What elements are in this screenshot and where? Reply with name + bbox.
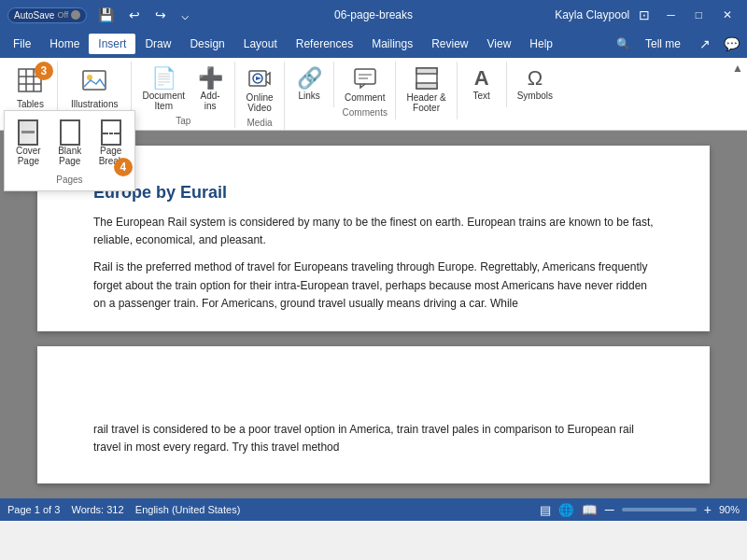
illustrations-label: Illustrations	[71, 99, 119, 109]
svg-rect-5	[83, 71, 106, 90]
view-read-button[interactable]: 📖	[582, 503, 598, 517]
view-normal-button[interactable]: ▤	[540, 503, 551, 517]
zoom-out-button[interactable]: ─	[605, 502, 614, 517]
text-label: Text	[473, 91, 490, 101]
doc-para-3[interactable]: rail travel is considered to be a poor t…	[93, 421, 654, 456]
doc-page-2: rail travel is considered to be a poor t…	[37, 346, 710, 483]
minimize-button[interactable]: ─	[659, 7, 683, 23]
menu-view[interactable]: View	[478, 34, 521, 54]
ribbon-collapse-button[interactable]: ▲	[732, 62, 743, 75]
zoom-in-button[interactable]: +	[704, 502, 712, 517]
tell-me[interactable]: Tell me	[636, 34, 690, 54]
menu-help[interactable]: Help	[520, 34, 562, 54]
cover-page-label: CoverPage	[16, 146, 41, 166]
tap-items: 📄 DocumentItem ➕ Add-ins	[137, 63, 229, 114]
blank-page-label: BlankPage	[58, 146, 81, 166]
ribbon-group-tap: 📄 DocumentItem ➕ Add-ins Tap	[132, 62, 235, 128]
ribbon-group-header-footer: Header &Footer	[396, 62, 457, 119]
status-right: ▤ 🌐 📖 ─ + 90%	[540, 502, 740, 517]
autosave-dot	[71, 10, 80, 20]
svg-rect-15	[416, 83, 437, 89]
blank-page-button[interactable]: BlankPage	[52, 117, 88, 169]
menu-home[interactable]: Home	[40, 34, 89, 54]
add-ins-button[interactable]: ➕ Add-ins	[191, 63, 229, 114]
doc-para-1[interactable]: The European Rail system is considered b…	[93, 214, 654, 249]
ribbon-group-comments: Comment Comments	[334, 62, 396, 119]
pages-dropdown: CoverPage BlankPage PageBreak 4 Pages	[4, 110, 135, 191]
undo-button[interactable]: ↩	[125, 6, 144, 24]
doc-para-2[interactable]: Rail is the preferred method of travel f…	[93, 259, 654, 313]
comment-button[interactable]: Comment	[340, 63, 389, 105]
view-web-button[interactable]: 🌐	[558, 503, 574, 517]
illustrations-button[interactable]: Illustrations	[63, 63, 126, 113]
document-item-label: DocumentItem	[142, 91, 185, 111]
menu-mailings[interactable]: Mailings	[362, 34, 422, 54]
document-item-icon: 📄	[151, 66, 176, 91]
media-group-label: Media	[247, 118, 272, 128]
redo-button[interactable]: ↪	[151, 6, 170, 24]
doc-title: Europe by Eurail	[93, 183, 654, 203]
page-break-icon	[101, 119, 121, 146]
pages-group-label: Pages	[10, 173, 129, 185]
header-footer-svg	[415, 66, 439, 91]
username: Kayla Claypool	[555, 8, 629, 21]
restore-button[interactable]: ⊡	[635, 6, 654, 24]
links-button[interactable]: 🔗 Links	[290, 63, 328, 104]
doc-page2-top-space	[93, 384, 654, 421]
video-svg	[247, 66, 272, 91]
text-button[interactable]: A Text	[463, 63, 500, 104]
add-ins-label: Add-ins	[201, 91, 220, 111]
pages-dropdown-items: CoverPage BlankPage PageBreak 4	[10, 117, 129, 169]
ribbon-group-symbols: Ω Symbols	[507, 62, 563, 107]
add-ins-icon: ➕	[198, 66, 223, 91]
ribbon-group-media: OnlineVideo Media	[235, 62, 285, 130]
online-video-button[interactable]: OnlineVideo	[241, 63, 278, 116]
language: English (United States)	[135, 504, 241, 515]
blank-page-icon	[60, 119, 80, 146]
maximize-button[interactable]: □	[688, 7, 710, 23]
illustrations-items: Illustrations	[63, 63, 126, 113]
close-button[interactable]: ✕	[715, 7, 740, 23]
status-bar: Page 1 of 3 Words: 312 English (United S…	[0, 498, 747, 521]
header-footer-items: Header &Footer	[402, 63, 450, 116]
comment-label: Comment	[345, 92, 385, 103]
cover-page-button[interactable]: CoverPage	[10, 117, 47, 169]
menu-references[interactable]: References	[287, 34, 362, 54]
ribbon-group-links: 🔗 Links	[285, 62, 334, 107]
menu-review[interactable]: Review	[422, 34, 477, 54]
online-video-label: OnlineVideo	[247, 92, 274, 113]
cover-page-icon	[18, 119, 38, 146]
menu-design[interactable]: Design	[180, 34, 233, 54]
comments-group-label: Comments	[343, 107, 388, 118]
comments-button[interactable]: 💬	[720, 35, 743, 53]
tap-group-label: Tap	[176, 116, 190, 126]
quick-access-more[interactable]: ⌵	[177, 6, 192, 24]
menu-insert[interactable]: Insert	[89, 34, 135, 54]
menu-draw[interactable]: Draw	[135, 34, 180, 54]
symbols-icon: Ω	[528, 66, 543, 91]
zoom-slider[interactable]	[622, 508, 697, 511]
tables-items: Tables 3	[9, 63, 51, 113]
menu-bar: File Home Insert Draw Design Layout Refe…	[0, 30, 747, 58]
links-icon: 🔗	[297, 66, 322, 91]
page-info: Page 1 of 3	[7, 504, 60, 515]
badge-4: 4	[114, 158, 133, 176]
share-button[interactable]: ↗	[696, 35, 714, 53]
autosave-toggle[interactable]: AutoSave Off	[7, 7, 87, 23]
menu-file[interactable]: File	[4, 34, 40, 54]
text-items: A Text	[463, 63, 500, 104]
header-footer-button[interactable]: Header &Footer	[402, 63, 450, 116]
save-button[interactable]: 💾	[94, 6, 118, 24]
svg-rect-14	[416, 68, 437, 74]
doc-page-1: Europe by Eurail The European Rail syste…	[37, 146, 710, 331]
text-icon: A	[474, 66, 489, 91]
svg-rect-10	[355, 69, 375, 84]
title-bar-left: AutoSave Off 💾 ↩ ↪ ⌵	[7, 6, 192, 24]
comment-svg	[353, 66, 377, 91]
status-left: Page 1 of 3 Words: 312 English (United S…	[7, 504, 240, 515]
svg-marker-9	[256, 77, 261, 80]
header-footer-label: Header &Footer	[406, 92, 445, 113]
document-item-button[interactable]: 📄 DocumentItem	[137, 63, 190, 114]
menu-layout[interactable]: Layout	[234, 34, 287, 54]
symbols-button[interactable]: Ω Symbols	[513, 63, 557, 104]
